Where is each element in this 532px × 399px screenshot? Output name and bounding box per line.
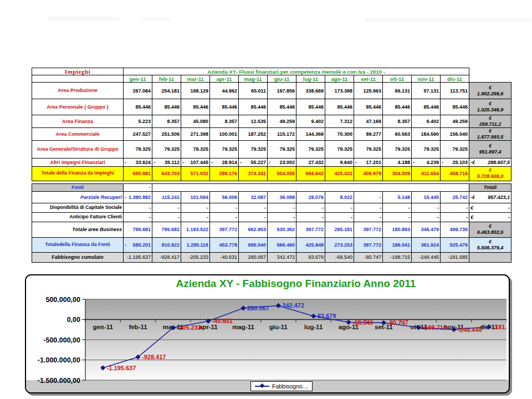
row-total: €259.711,2 — [470, 115, 510, 127]
table-cell: 530.362 — [268, 222, 296, 237]
cell-value: 100.001 — [211, 131, 237, 137]
faint-header-mark — [141, 17, 172, 21]
table-cell: - — [152, 212, 181, 222]
table-row: Totale aree Business795.681795.6811.193.… — [32, 222, 511, 237]
cell-value: 85.446 — [269, 104, 295, 110]
table-cell: 910.922 — [152, 237, 181, 252]
cell-value: 85.446 — [355, 104, 381, 110]
table-cell: 44.962 — [210, 83, 239, 99]
table-cell: 361.924 — [412, 237, 441, 252]
table-cell: 79.325 — [152, 140, 181, 158]
table-cell: 70.300 — [325, 128, 354, 141]
table-cell: 187.252 — [239, 128, 268, 141]
table-cell: 79.325 — [124, 140, 152, 158]
cell-value: 79.325 — [384, 146, 410, 152]
table-row: Area Personale ( Gruppo )85.44685.44685.… — [32, 99, 511, 115]
svg-text:feb-11: feb-11 — [129, 324, 147, 330]
table-cell: - — [296, 203, 325, 212]
table-cell: 12.535 — [239, 115, 268, 128]
month-header: feb-11 — [152, 75, 181, 83]
svg-text:giu-11: giu-11 — [269, 324, 288, 330]
row-label: Totaledella Finanza da Fonti — [32, 237, 124, 252]
table-cell: 425.848 — [296, 237, 325, 252]
cell-value: 79.325 — [355, 146, 381, 152]
cell-value: 36.098 — [269, 195, 295, 200]
impieghi-table: ImpieghiAzienda XY- Flussi finanziari pe… — [32, 68, 511, 181]
cell-value: - — [326, 214, 352, 220]
cell-value: 79.325 — [442, 146, 468, 152]
table-cell: 15.445 — [412, 191, 441, 203]
table-cell: -80.747 — [354, 252, 383, 262]
cell-value: 795.681 — [154, 227, 180, 232]
cell-value: 9.640 — [326, 160, 352, 165]
cell-value: 79.325 — [154, 146, 180, 152]
cell-value: 397.772 — [211, 227, 237, 232]
cell-value: -23.002 — [269, 160, 295, 165]
cell-value: - — [154, 214, 180, 220]
table-cell: - — [325, 203, 354, 212]
svg-text:-248.445: -248.445 — [458, 326, 482, 333]
table-cell: - — [124, 183, 152, 191]
table-row: Fabbisogno cumulato-1.195.637-928.417-20… — [32, 252, 511, 262]
cell-value: 85.446 — [182, 104, 208, 110]
table-cell: - — [124, 203, 152, 212]
table-row: Area Finanza5.2238.35745.0808.35712.5354… — [32, 115, 511, 128]
fonti-table: Fonti-TotaliParziale Recuperi-1.380.8821… — [32, 183, 511, 263]
cell-value: 173.398 — [326, 88, 352, 94]
table-cell: 79.325 — [210, 140, 239, 158]
cell-value: 85.446 — [384, 104, 410, 110]
table-cell: 504.055 — [268, 166, 296, 181]
cell-value: -1.195.637 — [125, 254, 151, 260]
row-label: Anticipo Fatture Clienti — [32, 212, 124, 222]
table-cell: 79.325 — [383, 140, 412, 158]
svg-text:0,00: 0,00 — [67, 316, 80, 324]
svg-text:-80.747: -80.747 — [387, 319, 408, 326]
cell-value: 499.735 — [442, 227, 468, 232]
total-cell: €1.902.266,6 — [469, 83, 511, 99]
cell-value: 566.460 — [269, 242, 295, 248]
table-cell: 8.357 — [152, 115, 181, 128]
total-cell: -€957.423,1 — [469, 191, 511, 203]
cell-value: 113.751 — [442, 88, 468, 94]
cell-value: - — [154, 205, 180, 211]
table-cell: 79.325 — [296, 140, 325, 158]
cell-value: 85.446 — [326, 104, 352, 110]
table-cell: 115.172 — [268, 128, 296, 141]
table-cell: - — [152, 203, 181, 212]
cell-value: 49.259 — [269, 119, 295, 124]
cell-value: 504.055 — [269, 171, 295, 176]
table-cell: - — [296, 212, 325, 222]
table-cell: - — [239, 203, 268, 212]
chart-plot: 500.000,000,00-500.000,00-1.000.000,00-1… — [26, 275, 507, 392]
cell-value: 79.325 — [269, 146, 295, 152]
cell-value: 458.716 — [442, 171, 468, 176]
cell-value: - — [298, 214, 324, 220]
svg-text:280.067: 280.067 — [247, 305, 269, 311]
table-cell: 397.772 — [354, 237, 383, 252]
row-label: Parziale Recuperi — [32, 191, 124, 203]
table-cell: 156.040 — [441, 128, 469, 141]
table-cell: 85.446 — [412, 99, 441, 115]
row-label: Area Commerciale — [32, 128, 124, 141]
table-cell: 267.084 — [124, 83, 152, 99]
table-header-row: ImpieghiAzienda XY- Flussi finanziari pe… — [32, 68, 511, 75]
cell-value: - — [413, 205, 439, 211]
table-cell: 85.446 — [354, 99, 383, 115]
fabbisogno-chart: Azienda XY - Fabbisogno Finanziario Anno… — [25, 274, 510, 393]
table-cell: 304.009 — [383, 166, 412, 181]
month-header: mar-11 — [181, 75, 210, 83]
table-cell: 525.476 — [441, 237, 469, 252]
row-total: €5.728.608,0 — [470, 167, 510, 180]
table-cell — [152, 183, 469, 191]
table-cell: 397.772 — [296, 222, 325, 237]
table-cell: 1.193.522 — [181, 222, 210, 237]
table-cell: -4.239 — [412, 158, 441, 166]
row-label: Area Generale/Struttura di Gruppo — [32, 140, 124, 158]
cell-value: 342.472 — [269, 254, 295, 260]
cell-value: - — [326, 205, 352, 211]
y-axis-labels: 500.000,000,00-500.000,00-1.000.000,00-1… — [38, 296, 80, 385]
row-total: €1.877.993,5 — [470, 128, 510, 140]
cell-value: 115.172 — [269, 131, 295, 137]
cell-value: 1.193.522 — [182, 227, 208, 232]
totals-header: Totali — [469, 183, 511, 191]
